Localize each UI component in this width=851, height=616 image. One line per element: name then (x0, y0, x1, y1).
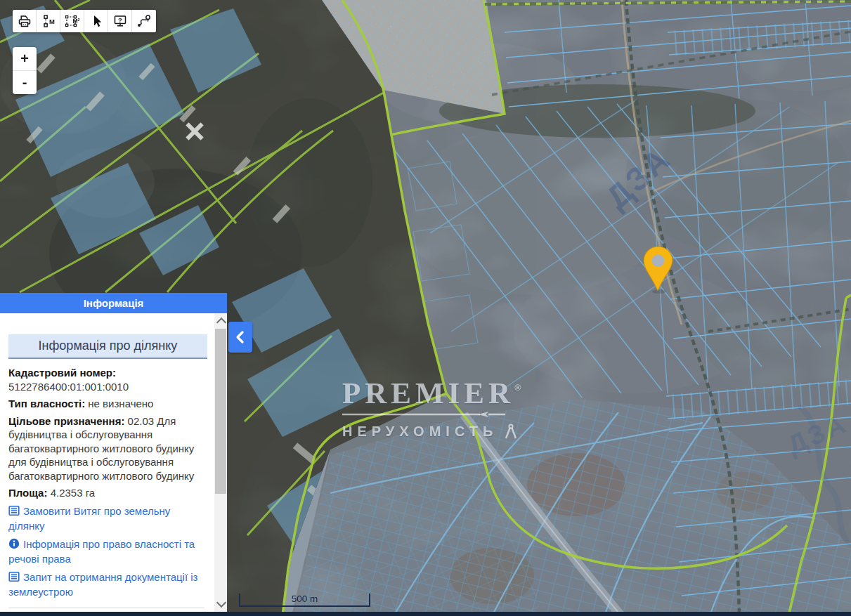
svg-text:M: M (49, 18, 55, 25)
field-value: 5122786400:01:001:0010 (8, 381, 129, 393)
field-label: Цільове призначення: (8, 415, 124, 427)
scroll-up-arrow-icon[interactable] (216, 317, 226, 327)
svg-text:M2: M2 (72, 18, 79, 25)
print-button[interactable] (13, 10, 37, 32)
field-cadastral-number: Кадастровий номер: 5122786400:01:001:001… (8, 366, 207, 393)
pointer-button[interactable] (84, 10, 108, 32)
field-area: Площа: 4.2353 га (8, 486, 207, 500)
svg-text:?: ? (118, 16, 122, 24)
document-list-icon (8, 505, 20, 520)
field-label: Кадастровий номер: (8, 366, 207, 380)
map-toolbar: M M2 ? (13, 10, 156, 32)
field-designated-purpose: Цільове призначення: 02.03 Для будівницт… (8, 414, 207, 483)
route-button[interactable] (132, 10, 156, 32)
map-viewer-window: ДЗА ДЗА PREMIER® НЕРУХОМІСТЬ (0, 0, 851, 616)
divider (8, 608, 204, 608)
section-title-parcel-info: Інформація про ділянку (8, 334, 207, 359)
collapse-panel-button[interactable] (228, 322, 252, 353)
scroll-down-arrow-icon[interactable] (216, 598, 226, 608)
cursor-icon (89, 14, 103, 28)
link-land-documentation-request[interactable]: Запит на отримання документації із земле… (8, 570, 207, 599)
field-value: 4.2353 га (51, 487, 96, 499)
scale-label: 500 m (292, 594, 318, 604)
measure-area-icon: M2 (64, 14, 81, 28)
help-monitor-icon: ? (112, 14, 128, 28)
link-label: Інформація про право власності та речові… (8, 538, 195, 565)
document-list-icon (8, 571, 20, 586)
link-ownership-info[interactable]: Інформація про право власності та речові… (8, 537, 207, 566)
zoom-in-button[interactable]: + (13, 47, 37, 70)
link-label: Замовити Витяг про земельну ділянку (8, 505, 170, 532)
zoom-control: + - (13, 47, 37, 94)
field-value: не визначено (88, 398, 153, 409)
zoom-out-button[interactable]: - (13, 70, 37, 94)
info-panel-content: Інформація про ділянку Кадастровий номер… (0, 313, 214, 616)
panel-scrollbar[interactable] (214, 313, 227, 616)
field-label: Площа: (8, 487, 47, 499)
link-label: Запит на отримання документації із земле… (8, 571, 197, 598)
info-panel: Інформація про ділянку Кадастровий номер… (0, 313, 227, 616)
field-ownership-type: Тип власності: не визначено (8, 397, 207, 411)
scrollbar-thumb[interactable] (215, 329, 226, 494)
info-panel-header: Інформація (0, 293, 227, 313)
scale-bar: 500 m (239, 594, 370, 607)
help-button[interactable]: ? (108, 10, 132, 32)
printer-icon (17, 14, 32, 28)
link-order-extract[interactable]: Замовити Витяг про земельну ділянку (8, 504, 207, 533)
info-circle-icon (8, 538, 20, 553)
route-pin-icon (136, 14, 152, 28)
measure-distance-button[interactable]: M (37, 10, 60, 32)
measure-distance-icon: M (40, 14, 56, 28)
field-label: Тип власності: (8, 398, 85, 409)
bottom-map-strip (0, 612, 851, 616)
measure-area-button[interactable]: M2 (60, 10, 84, 32)
chevron-left-icon (235, 329, 246, 345)
